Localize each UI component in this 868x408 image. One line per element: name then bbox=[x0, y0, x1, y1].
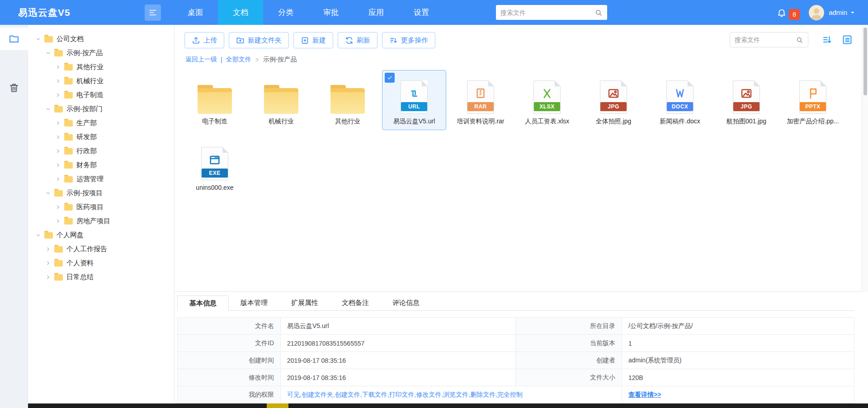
folder-tile[interactable]: 机械行业 bbox=[249, 70, 313, 130]
chevron-right-icon[interactable] bbox=[54, 92, 61, 98]
chevron-right-icon[interactable] bbox=[44, 260, 52, 266]
tree-item[interactable]: 房地产项目 bbox=[28, 214, 174, 228]
scrollbar-track[interactable] bbox=[862, 25, 868, 292]
breadcrumb-separator: > bbox=[255, 56, 259, 63]
notification-bell-icon[interactable] bbox=[777, 8, 787, 18]
new-folder-button[interactable]: 新建文件夹 bbox=[229, 32, 289, 48]
caret-down-icon[interactable] bbox=[850, 10, 855, 15]
chevron-down-icon[interactable] bbox=[34, 36, 42, 42]
nav-item-desktop[interactable]: 桌面 bbox=[173, 0, 218, 25]
new-button[interactable]: 新建 bbox=[293, 32, 333, 48]
chevron-right-icon[interactable] bbox=[54, 78, 61, 84]
chevron-right-icon[interactable] bbox=[44, 246, 52, 252]
chevron-right-icon[interactable] bbox=[54, 176, 61, 182]
breadcrumb-back-link[interactable]: 返回上一级 bbox=[185, 56, 217, 64]
info-value-cell: 查看详情>> bbox=[622, 386, 854, 403]
nav-item-category[interactable]: 分类 bbox=[263, 0, 308, 25]
chevron-down-icon[interactable] bbox=[44, 190, 52, 196]
tree-item[interactable]: 行政部 bbox=[28, 144, 174, 158]
tree-item[interactable]: 示例-按产品 bbox=[28, 46, 174, 60]
more-actions-button[interactable]: 更多操作 bbox=[382, 32, 435, 48]
chevron-right-icon[interactable] bbox=[54, 218, 61, 224]
info-label: 文件大小 bbox=[516, 369, 622, 386]
tab-ext-props[interactable]: 扩展属性 bbox=[279, 295, 330, 310]
toolbar-search-input[interactable] bbox=[735, 36, 796, 43]
avatar[interactable] bbox=[809, 5, 824, 20]
tree-item[interactable]: 个人资料 bbox=[28, 256, 174, 270]
tree-item[interactable]: 电子制造 bbox=[28, 88, 174, 102]
folder-tile[interactable]: 其他行业 bbox=[316, 70, 380, 130]
jpg-file-glyph-icon bbox=[740, 87, 753, 100]
chevron-down-icon[interactable] bbox=[44, 106, 52, 112]
folder-icon bbox=[64, 120, 73, 127]
folder-tile[interactable]: 电子制造 bbox=[183, 70, 247, 130]
navbar-search-input[interactable] bbox=[500, 9, 594, 16]
tree-item[interactable]: 机械行业 bbox=[28, 74, 174, 88]
view-details-link[interactable]: 查看详情>> bbox=[628, 391, 661, 398]
rail-item-trash[interactable] bbox=[0, 76, 28, 99]
file-tile[interactable]: JPG全体拍照.jpg bbox=[581, 70, 646, 130]
tree-item[interactable]: 公司文档 bbox=[28, 32, 174, 46]
nav-item-approval[interactable]: 审批 bbox=[308, 0, 354, 25]
chevron-down-icon[interactable] bbox=[34, 232, 42, 238]
tree-item[interactable]: 日常总结 bbox=[28, 270, 174, 284]
list-view-icon[interactable] bbox=[842, 34, 853, 45]
file-tile[interactable]: EXEunins000.exe bbox=[183, 136, 247, 197]
scrollbar-thumb[interactable] bbox=[863, 28, 867, 95]
file-type-badge: JPG bbox=[733, 102, 760, 111]
chevron-right-icon[interactable] bbox=[54, 134, 61, 140]
file-tile[interactable]: PPTX加密产品介绍.pp... bbox=[781, 70, 845, 130]
sort-toggle-icon[interactable] bbox=[822, 34, 833, 45]
tree-item-label: 个人资料 bbox=[66, 259, 94, 267]
tree-item[interactable]: 其他行业 bbox=[28, 60, 174, 74]
file-type-badge: JPG bbox=[600, 102, 627, 111]
file-tile[interactable]: DOCX新闻稿件.docx bbox=[648, 70, 712, 130]
tile-label: 其他行业 bbox=[335, 117, 360, 126]
search-icon[interactable] bbox=[594, 9, 603, 17]
breadcrumb-root-link[interactable]: 全部文件 bbox=[226, 56, 251, 64]
upload-button[interactable]: 上传 bbox=[184, 32, 224, 48]
chev-glyph bbox=[45, 246, 51, 252]
tab-doc-remarks[interactable]: 文档备注 bbox=[330, 295, 381, 310]
search-icon[interactable] bbox=[796, 36, 803, 44]
tile-icon-zone: URL bbox=[401, 77, 428, 114]
chevron-right-icon[interactable] bbox=[54, 148, 61, 154]
chevron-right-icon[interactable] bbox=[54, 64, 61, 70]
navbar-search bbox=[496, 5, 607, 20]
notification-badge[interactable]: 8 bbox=[789, 9, 800, 20]
tree-item[interactable]: 示例-按部门 bbox=[28, 102, 174, 116]
tree-item[interactable]: 运营管理 bbox=[28, 172, 174, 186]
info-row: 文件ID2120190817083515565557当前版本1 bbox=[178, 335, 854, 352]
rail-item-documents[interactable] bbox=[0, 28, 28, 50]
tree-item[interactable]: 财务部 bbox=[28, 158, 174, 172]
nav-item-apps[interactable]: 应用 bbox=[354, 0, 399, 25]
info-value: 1 bbox=[622, 335, 854, 352]
main-nav: 桌面文档分类审批应用设置 bbox=[173, 0, 444, 25]
tree-item-label: 财务部 bbox=[76, 161, 97, 169]
menu-toggle-button[interactable] bbox=[145, 5, 161, 21]
chevron-right-icon[interactable] bbox=[54, 204, 61, 210]
chevron-right-icon[interactable] bbox=[54, 162, 61, 168]
file-checkbox[interactable] bbox=[385, 73, 395, 83]
file-tile[interactable]: JPG航拍图001.jpg bbox=[714, 70, 778, 130]
file-tile[interactable]: RAR培训资料说明.rar bbox=[448, 70, 513, 130]
tile-label: 航拍图001.jpg bbox=[726, 117, 766, 126]
tree-item[interactable]: 个人工作报告 bbox=[28, 242, 174, 256]
nav-item-documents[interactable]: 文档 bbox=[218, 0, 263, 25]
tab-comments[interactable]: 评论信息 bbox=[381, 295, 431, 310]
tree-item[interactable]: 研发部 bbox=[28, 130, 174, 144]
nav-item-settings[interactable]: 设置 bbox=[399, 0, 444, 25]
chevron-down-icon[interactable] bbox=[44, 50, 52, 56]
file-tile[interactable]: URL易迅云盘V5.url bbox=[382, 70, 446, 130]
chevron-right-icon[interactable] bbox=[54, 120, 61, 126]
tree-item[interactable]: 医药项目 bbox=[28, 200, 174, 214]
tab-version-mgmt[interactable]: 版本管理 bbox=[229, 295, 279, 310]
username[interactable]: admin bbox=[829, 9, 847, 16]
chevron-right-icon[interactable] bbox=[44, 274, 52, 280]
refresh-button[interactable]: 刷新 bbox=[338, 32, 377, 48]
file-tile[interactable]: XLSX人员工资表.xlsx bbox=[515, 70, 579, 130]
tree-item[interactable]: 个人网盘 bbox=[28, 228, 174, 242]
tree-item[interactable]: 示例-按项目 bbox=[28, 186, 174, 200]
tree-item[interactable]: 生产部 bbox=[28, 116, 174, 130]
tab-basic-info[interactable]: 基本信息 bbox=[177, 295, 229, 311]
